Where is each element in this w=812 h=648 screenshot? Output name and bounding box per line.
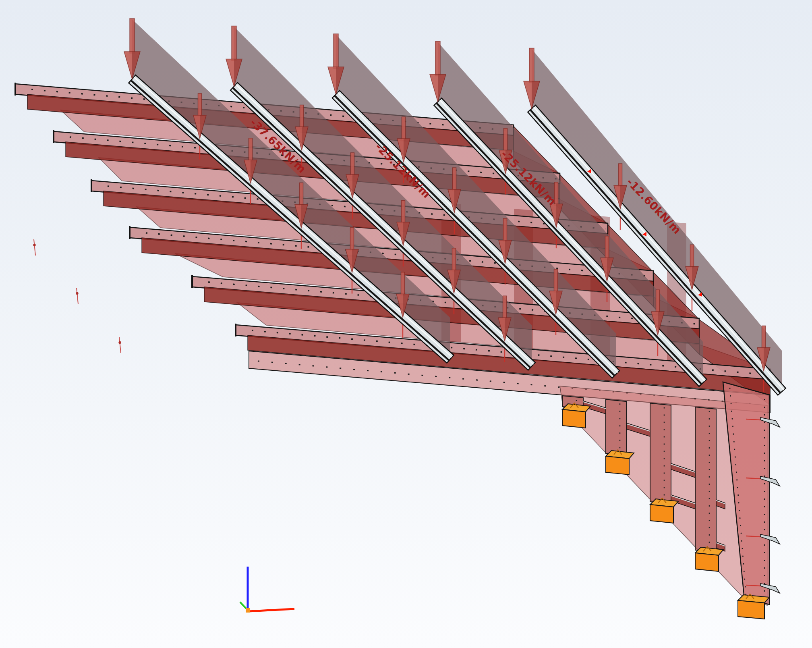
arrow-shaft bbox=[605, 236, 609, 260]
footing-front-face bbox=[695, 553, 719, 571]
arrow-shaft bbox=[453, 168, 456, 191]
arrow-shaft bbox=[300, 183, 303, 206]
structure-3d-scene: -37.65kN/m-25.12kN/m-25.12kN/m-12.60kN/m bbox=[0, 0, 812, 648]
arrow-shaft bbox=[300, 105, 304, 128]
footing-front-face bbox=[562, 409, 586, 428]
arrow-shaft bbox=[249, 138, 253, 162]
arrow-shaft bbox=[619, 164, 622, 187]
arrow-shaft bbox=[350, 228, 354, 251]
arrow-shaft bbox=[401, 272, 405, 295]
arrow-shaft bbox=[656, 290, 660, 313]
wall-column-face bbox=[695, 407, 716, 552]
arrow-shaft bbox=[351, 153, 354, 176]
wall-column bbox=[606, 399, 627, 455]
free-end-tick-node bbox=[33, 244, 35, 246]
wall-column-face bbox=[650, 403, 671, 504]
origin-marker bbox=[246, 608, 250, 613]
arrow-shaft bbox=[690, 245, 694, 268]
footing-front-face bbox=[606, 456, 629, 475]
arrow-shaft bbox=[198, 93, 202, 117]
arrow-shaft bbox=[334, 34, 338, 69]
free-end-tick-node bbox=[118, 341, 121, 344]
arrow-shaft bbox=[402, 200, 405, 224]
arrow-shaft bbox=[503, 218, 507, 242]
wall-column bbox=[650, 403, 671, 504]
footing-front-face bbox=[738, 600, 764, 619]
arrow-shaft bbox=[232, 26, 236, 61]
wall-column-face bbox=[606, 399, 627, 455]
arrow-shaft bbox=[452, 248, 456, 272]
arrow-shaft bbox=[402, 117, 406, 140]
arrow-shaft bbox=[130, 19, 135, 53]
arrow-shaft bbox=[554, 269, 558, 293]
column-footing bbox=[738, 594, 769, 619]
footing-front-face bbox=[650, 505, 673, 523]
arrow-shaft bbox=[762, 326, 766, 349]
model-viewport[interactable]: -37.65kN/m-25.12kN/m-25.12kN/m-12.60kN/m bbox=[0, 0, 812, 648]
wall-column bbox=[695, 407, 716, 552]
arrow-shaft bbox=[529, 48, 534, 83]
arrow-shaft bbox=[503, 296, 507, 319]
arrow-shaft bbox=[435, 42, 440, 76]
free-end-tick-node bbox=[76, 292, 78, 295]
